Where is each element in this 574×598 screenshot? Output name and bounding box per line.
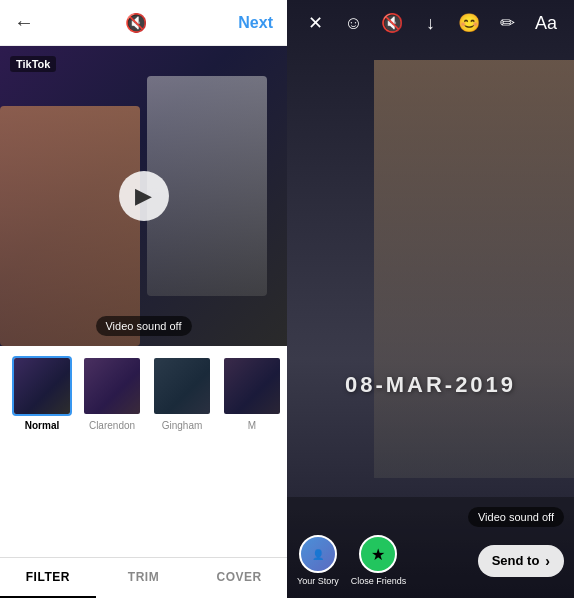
story-date-label: 08-MAR-2019: [345, 372, 516, 398]
sound-mute-right-icon[interactable]: 🔇: [378, 12, 406, 34]
left-panel: ← 🔇 Next TikTok ▶ Video sound off Normal…: [0, 0, 287, 598]
filter-strip: Normal Clarendon Gingham M: [0, 346, 287, 441]
filter-label-gingham: Gingham: [162, 420, 203, 431]
back-icon[interactable]: ←: [14, 11, 34, 34]
sound-off-right: Video sound off: [297, 507, 564, 525]
your-story-avatar: 👤: [299, 535, 337, 573]
right-toolbar: ✕ ☺ 🔇 ↓ 😊 ✏ Aa: [287, 0, 574, 46]
story-bottom: Video sound off 👤 Your Story ★ Close Fri…: [287, 497, 574, 598]
video-preview: TikTok ▶ Video sound off: [0, 46, 287, 346]
your-story-label: Your Story: [297, 576, 339, 586]
close-friends-label: Close Friends: [351, 576, 407, 586]
close-friends-item[interactable]: ★ Close Friends: [351, 535, 407, 586]
face-icon[interactable]: 😊: [455, 12, 483, 34]
send-to-label: Send to: [492, 553, 540, 568]
filter-img-m: [224, 358, 280, 414]
play-icon: ▶: [135, 183, 152, 209]
close-icon[interactable]: ✕: [301, 12, 329, 34]
filter-thumb-normal: [12, 356, 72, 416]
close-friends-avatar: ★: [359, 535, 397, 573]
pen-icon[interactable]: ✏: [494, 12, 522, 34]
filter-label-clarendon: Clarendon: [89, 420, 135, 431]
filter-clarendon[interactable]: Clarendon: [82, 356, 142, 431]
bottom-tabs: FILTER TRIM COVER: [0, 557, 287, 598]
filter-img-normal: [14, 358, 70, 414]
next-button[interactable]: Next: [238, 14, 273, 32]
sound-mute-icon[interactable]: 🔇: [125, 12, 147, 34]
filter-label-normal: Normal: [25, 420, 59, 431]
emoji-icon[interactable]: ☺: [340, 13, 368, 34]
text-icon[interactable]: Aa: [532, 13, 560, 34]
send-to-button[interactable]: Send to ›: [478, 545, 564, 577]
tab-trim[interactable]: TRIM: [96, 558, 192, 598]
filter-thumb-m: [222, 356, 282, 416]
story-actions: 👤 Your Story ★ Close Friends Send to ›: [297, 535, 564, 586]
filter-m[interactable]: M: [222, 356, 282, 431]
tab-filter[interactable]: FILTER: [0, 558, 96, 598]
play-button[interactable]: ▶: [119, 171, 169, 221]
left-header: ← 🔇 Next: [0, 0, 287, 46]
filter-thumb-gingham: [152, 356, 212, 416]
sound-off-badge: Video sound off: [95, 316, 191, 336]
filter-gingham[interactable]: Gingham: [152, 356, 212, 431]
filter-img-gingham: [154, 358, 210, 414]
right-panel: ✕ ☺ 🔇 ↓ 😊 ✏ Aa 08-MAR-2019 Video sound o…: [287, 0, 574, 598]
sound-off-right-label: Video sound off: [468, 507, 564, 527]
story-circle-items: 👤 Your Story ★ Close Friends: [297, 535, 406, 586]
tiktok-logo: TikTok: [10, 56, 56, 72]
download-icon[interactable]: ↓: [417, 13, 445, 34]
story-figure: [374, 60, 574, 478]
your-story-item[interactable]: 👤 Your Story: [297, 535, 339, 586]
filter-img-clarendon: [84, 358, 140, 414]
filter-normal[interactable]: Normal: [12, 356, 72, 431]
figure-left: [0, 106, 140, 346]
send-arrow-icon: ›: [545, 553, 550, 569]
filter-thumb-clarendon: [82, 356, 142, 416]
tab-cover[interactable]: COVER: [191, 558, 287, 598]
filter-label-m: M: [248, 420, 256, 431]
